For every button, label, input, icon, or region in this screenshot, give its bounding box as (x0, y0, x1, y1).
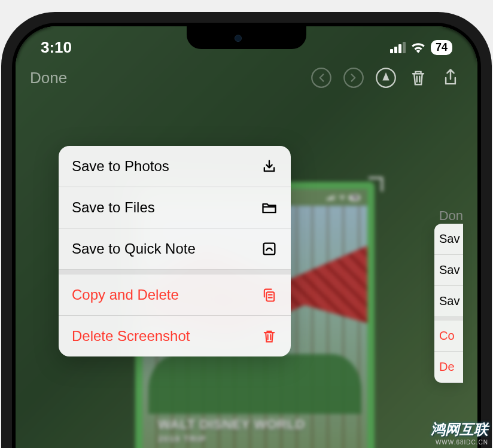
undo-button[interactable] (309, 65, 334, 90)
phone-frame: 3:10 74 Done (1, 12, 492, 448)
markup-pen-button[interactable] (373, 65, 398, 90)
battery-badge: 74 (431, 40, 452, 55)
watermark: 鸿网互联 WWW.68IDC.CN (431, 420, 488, 446)
screen: 3:10 74 Done (16, 26, 477, 448)
markup-toolbar: Done (16, 60, 477, 96)
share-button[interactable] (438, 65, 463, 90)
secondary-context-menu: Sav Sav Sav Co De (434, 224, 463, 383)
folder-icon (261, 199, 278, 216)
copy-delete-icon (261, 287, 278, 303)
done-button[interactable]: Done (30, 69, 67, 87)
menu-item-label: Save to Quick Note (72, 240, 196, 257)
phone-bezel: 3:10 74 Done (12, 23, 481, 448)
notch (187, 26, 306, 49)
trash-icon (261, 328, 278, 345)
secondary-menu-item[interactable]: De (434, 352, 463, 383)
status-indicators: 74 (390, 40, 452, 55)
secondary-menu-item[interactable]: Co (434, 317, 463, 352)
secondary-menu-item[interactable]: Sav (434, 255, 463, 286)
menu-save-to-quick-note[interactable]: Save to Quick Note (59, 228, 291, 270)
done-context-menu: Save to Photos Save to Files Save to Qui… (59, 146, 291, 356)
secondary-menu-item[interactable]: Sav (434, 224, 463, 255)
menu-item-label: Copy and Delete (72, 287, 179, 303)
secondary-done-label: Don (439, 208, 463, 224)
svg-point-0 (312, 68, 331, 87)
watermark-text: 鸿网互联 (431, 420, 488, 439)
front-camera (235, 35, 242, 42)
wifi-icon (410, 41, 426, 53)
svg-rect-4 (266, 292, 274, 301)
svg-point-1 (344, 68, 363, 87)
redo-button[interactable] (341, 65, 366, 90)
menu-delete-screenshot[interactable]: Delete Screenshot (59, 316, 291, 356)
trash-button[interactable] (406, 65, 431, 90)
menu-save-to-files[interactable]: Save to Files (59, 187, 291, 228)
menu-save-to-photos[interactable]: Save to Photos (59, 146, 291, 187)
cellular-signal-icon (390, 42, 406, 53)
menu-item-label: Save to Files (72, 199, 155, 216)
clock-time: 3:10 (41, 38, 72, 57)
secondary-menu-item[interactable]: Sav (434, 286, 463, 317)
quick-note-icon (261, 240, 278, 257)
menu-item-label: Delete Screenshot (72, 328, 190, 345)
download-icon (261, 158, 278, 175)
menu-item-label: Save to Photos (72, 158, 169, 175)
watermark-url: WWW.68IDC.CN (431, 439, 488, 446)
menu-copy-and-delete[interactable]: Copy and Delete (59, 270, 291, 316)
